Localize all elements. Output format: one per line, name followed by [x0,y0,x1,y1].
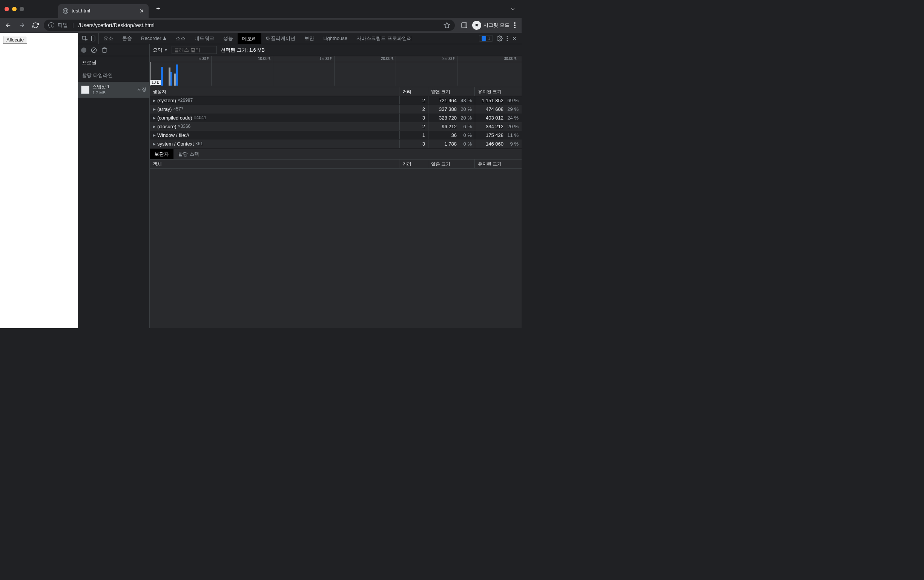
table-row[interactable]: ▶(compiled code)×4041 3 328 72020 % 403 … [150,114,522,122]
window-close-button[interactable] [5,7,9,11]
expand-arrow-icon[interactable]: ▶ [153,124,156,129]
table-row[interactable]: ▶(array)×577 2 327 38820 % 474 60829 % [150,105,522,114]
address-bar[interactable]: i 파일 | /Users/yceffort/Desktop/test.html [44,20,455,31]
incognito-icon [472,21,481,30]
th-constructor[interactable]: 생성자 [150,87,399,96]
tab-security[interactable]: 보안 [300,33,319,44]
th-shallow-2[interactable]: 얕은 크기 [428,160,475,168]
svg-line-19 [92,48,96,52]
th-object[interactable]: 객체 [150,160,399,168]
tab-recorder[interactable]: Recorder [137,33,171,44]
issue-count: 1 [488,36,490,41]
view-select[interactable]: 요약 ▼ [153,47,168,54]
tab-js-profiler[interactable]: 자바스크립트 프로파일러 [352,33,417,44]
selected-size-label: 선택된 크기: 1.6 MB [221,47,265,54]
new-tab-button[interactable]: + [156,5,160,13]
site-info-icon[interactable]: i [48,22,54,28]
traffic-lights [5,7,24,11]
table-row[interactable]: ▶(system)×26987 2 721 96443 % 1 151 3526… [150,96,522,105]
expand-arrow-icon[interactable]: ▶ [153,116,156,120]
snapshot-thumb-icon [81,86,89,94]
tab-sources[interactable]: 소스 [171,33,190,44]
svg-point-8 [514,27,516,28]
th-shallow[interactable]: 얕은 크기 [428,87,475,96]
close-tab-button[interactable]: ✕ [140,8,144,14]
flask-icon [163,36,167,40]
sidebar-section-label: 할당 타임라인 [78,69,149,82]
allocation-timeline[interactable]: 5.00초 10.00초 15.00초 20.00초 25.00초 30.00초 [150,56,522,87]
snapshot-item[interactable]: 스냅샷 1 1.7 MB 저장 [78,82,149,98]
svg-marker-1 [444,23,450,28]
timeline-marker [150,62,150,86]
tab-alloc-stack[interactable]: 할당 스택 [173,149,204,159]
table-row[interactable]: ▶(closure)×3366 2 96 2126 % 334 21220 % [150,122,522,131]
timeline-bar [176,64,178,86]
snapshot-size: 1.7 MB [92,90,134,96]
trash-icon[interactable] [101,47,107,53]
addr-separator: | [72,22,74,28]
tab-lighthouse[interactable]: Lighthouse [319,33,352,44]
svg-point-14 [507,38,508,39]
svg-point-7 [514,25,516,26]
settings-icon[interactable] [497,35,503,41]
tab-elements[interactable]: 요소 [99,33,118,44]
svg-point-6 [514,22,516,24]
window-minimize-button[interactable] [12,7,16,11]
class-filter-input[interactable] [171,46,217,54]
tab-console[interactable]: 콘솔 [118,33,137,44]
tab-retainers[interactable]: 보관자 [150,149,173,159]
issues-badge[interactable]: 1 [479,35,493,42]
browser-tab[interactable]: test.html ✕ [58,4,148,18]
tabs-dropdown-icon[interactable] [510,7,516,12]
th-distance[interactable]: 거리 [399,87,428,96]
browser-menu-icon[interactable] [514,22,516,28]
snapshot-save-link[interactable]: 저장 [137,86,147,93]
window-maximize-button[interactable] [20,7,24,11]
svg-point-12 [499,38,501,39]
clear-icon[interactable] [91,47,97,53]
retainers-body [150,168,522,328]
addr-scheme-label: 파일 [57,22,68,29]
svg-point-15 [507,40,508,41]
table-row[interactable]: ▶Window / file:// 1 360 % 175 42811 % [150,131,522,140]
back-button[interactable] [3,20,13,31]
devtools-menu-icon[interactable] [507,36,508,41]
inspect-icon[interactable] [82,35,88,41]
table-row[interactable]: ▶system / Context×61 3 1 7880 % 146 0609… [150,140,522,148]
expand-arrow-icon[interactable]: ▶ [153,99,156,102]
forward-button[interactable] [16,20,27,31]
reload-button[interactable] [30,20,41,31]
tab-performance[interactable]: 성능 [219,33,237,44]
tab-network[interactable]: 네트워크 [190,33,219,44]
timeline-bar [170,72,172,86]
th-distance-2[interactable]: 거리 [399,160,428,168]
snapshot-name: 스냅샷 1 [92,84,134,90]
incognito-badge: 시크릿 모드 [472,21,509,30]
timeline-badge: 10 B [150,80,161,85]
star-icon[interactable] [443,22,450,29]
incognito-label: 시크릿 모드 [484,22,509,29]
record-button[interactable] [81,48,86,53]
side-panel-icon[interactable] [461,22,468,29]
svg-rect-10 [91,36,95,41]
expand-arrow-icon[interactable]: ▶ [153,142,156,146]
devtools-tabbar: 요소 콘솔 Recorder 소스 네트워크 성능 메모리 애플리케이션 보안 … [78,33,522,44]
addr-path: /Users/yceffort/Desktop/test.html [79,22,155,28]
expand-arrow-icon[interactable]: ▶ [153,133,156,137]
memory-sidebar: 프로필 할당 타임라인 스냅샷 1 1.7 MB 저장 [78,44,150,328]
close-devtools-icon[interactable] [512,36,517,41]
tab-memory[interactable]: 메모리 [237,33,261,44]
expand-arrow-icon[interactable]: ▶ [153,107,156,111]
timeline-bar [161,67,163,86]
device-toggle-icon[interactable] [90,35,96,41]
memory-toolbar: 요약 ▼ 선택된 크기: 1.6 MB [150,44,522,56]
svg-point-13 [507,36,508,37]
page-content: Allocate [0,33,78,328]
tab-application[interactable]: 애플리케이션 [261,33,300,44]
tab-title: test.html [72,8,137,13]
th-retained-2[interactable]: 유지된 크기 [475,160,522,168]
sidebar-profile-label: 프로필 [78,56,149,69]
allocate-button[interactable]: Allocate [3,36,27,44]
constructor-table: 생성자 거리 얕은 크기 유지된 크기 ▶(system)×26987 2 72… [150,87,522,328]
th-retained[interactable]: 유지된 크기 [475,87,522,96]
